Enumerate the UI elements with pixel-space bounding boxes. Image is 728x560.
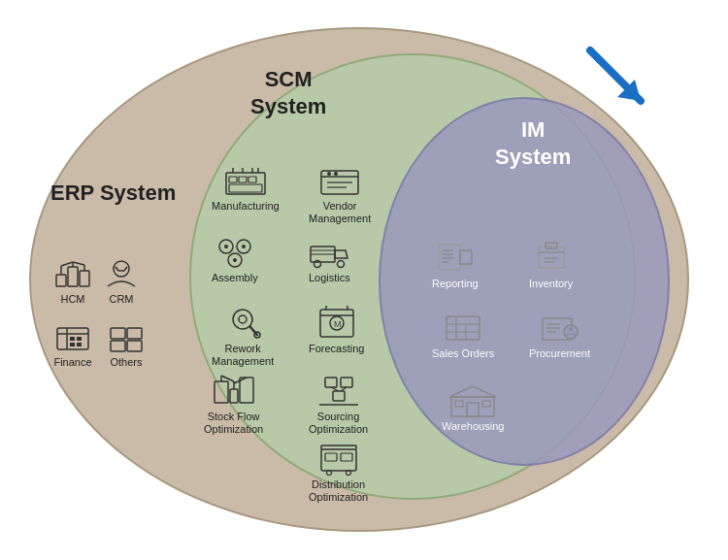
svg-rect-26 <box>229 177 237 182</box>
svg-point-10 <box>114 261 129 277</box>
procurement-label: Procurement <box>529 347 590 360</box>
stock-flow-optimization-item: Stock FlowOptimization <box>204 374 263 436</box>
sourcing-optimization-label: SourcingOptimization <box>309 411 368 436</box>
svg-line-12 <box>124 267 127 271</box>
svg-rect-63 <box>240 378 253 403</box>
scm-label: SCMSystem <box>250 66 326 119</box>
distribution-optimization-item: DistributionOptimization <box>309 442 368 504</box>
svg-rect-75 <box>325 453 337 461</box>
svg-rect-25 <box>226 173 265 194</box>
reporting-icon <box>435 241 476 276</box>
warehousing-item: Warehousing <box>442 383 504 433</box>
arrow-icon <box>580 41 658 118</box>
reporting-label: Reporting <box>432 278 479 290</box>
reporting-item: Reporting <box>432 241 479 290</box>
svg-line-65 <box>221 376 234 381</box>
svg-rect-21 <box>111 328 125 339</box>
sourcing-optimization-item: SourcingOptimization <box>309 374 368 436</box>
sales-orders-icon <box>443 311 483 346</box>
vendor-management-item: VendorManagement <box>309 163 371 225</box>
hcm-label: HCM <box>60 293 84 306</box>
crm-label: CRM <box>109 293 133 306</box>
svg-rect-4 <box>80 271 89 286</box>
svg-rect-24 <box>127 341 142 351</box>
svg-rect-108 <box>467 403 479 416</box>
svg-rect-82 <box>439 245 460 270</box>
svg-point-48 <box>338 261 345 268</box>
rework-management-item: ReworkManagement <box>212 306 274 368</box>
logistics-item: Logistics <box>309 235 350 284</box>
assembly-icon <box>215 235 255 270</box>
sales-orders-item: Sales Orders <box>432 311 494 360</box>
crm-icon <box>102 257 141 291</box>
procurement-icon <box>539 311 579 346</box>
svg-point-52 <box>239 315 247 323</box>
im-label: IMSystem <box>495 116 571 170</box>
svg-point-44 <box>242 245 246 248</box>
logistics-icon <box>309 235 349 270</box>
svg-point-37 <box>334 172 338 176</box>
others-label: Others <box>110 356 142 369</box>
svg-point-102 <box>569 327 573 331</box>
svg-rect-69 <box>341 378 352 387</box>
vendor-management-icon <box>319 163 360 198</box>
stock-flow-optimization-icon <box>213 374 255 409</box>
assembly-item: Assembly <box>212 235 258 284</box>
svg-rect-110 <box>482 401 490 407</box>
inventory-icon <box>531 241 572 276</box>
svg-line-7 <box>61 262 73 266</box>
vendor-management-label: VendorManagement <box>309 200 371 225</box>
finance-label: Finance <box>53 356 91 369</box>
svg-point-43 <box>224 245 228 248</box>
warehousing-icon <box>447 383 498 418</box>
svg-line-8 <box>73 262 84 265</box>
svg-rect-23 <box>111 341 125 351</box>
diagram-container: ERP System SCMSystem IMSystem HCM <box>0 0 728 560</box>
svg-rect-19 <box>70 343 75 346</box>
svg-rect-2 <box>56 275 66 286</box>
erp-label: ERP System <box>50 180 176 207</box>
svg-line-11 <box>116 267 118 271</box>
svg-rect-70 <box>333 391 345 401</box>
svg-rect-74 <box>321 449 356 471</box>
svg-rect-109 <box>455 401 463 407</box>
sales-orders-label: Sales Orders <box>432 347 494 360</box>
svg-point-45 <box>233 258 237 262</box>
finance-icon <box>53 320 92 354</box>
warehousing-label: Warehousing <box>442 420 504 433</box>
svg-rect-62 <box>230 389 238 403</box>
svg-rect-92 <box>546 243 557 248</box>
rework-management-label: ReworkManagement <box>212 343 274 368</box>
sourcing-optimization-icon <box>317 374 360 409</box>
svg-point-51 <box>233 310 252 329</box>
distribution-optimization-icon <box>317 442 360 477</box>
inventory-label: Inventory <box>529 278 573 290</box>
svg-rect-61 <box>215 381 228 403</box>
svg-rect-27 <box>239 177 247 182</box>
svg-rect-84 <box>460 250 472 264</box>
rework-management-icon <box>222 306 263 341</box>
hcm-icon <box>53 257 92 291</box>
svg-rect-20 <box>77 343 82 346</box>
manufacturing-icon <box>224 163 267 198</box>
svg-point-36 <box>327 172 331 176</box>
hcm-item: HCM <box>53 257 92 306</box>
svg-rect-3 <box>68 267 78 286</box>
svg-text:M: M <box>334 319 342 329</box>
svg-rect-95 <box>447 316 480 340</box>
svg-marker-106 <box>449 386 496 397</box>
others-item: Others <box>107 320 146 369</box>
svg-rect-28 <box>248 177 256 182</box>
stock-flow-optimization-label: Stock FlowOptimization <box>204 411 263 436</box>
logistics-label: Logistics <box>309 272 350 284</box>
svg-rect-22 <box>127 328 142 339</box>
forecasting-label: Forecasting <box>309 343 364 355</box>
svg-rect-17 <box>70 337 75 341</box>
crm-item: CRM <box>102 257 141 306</box>
forecasting-icon: M <box>316 306 357 341</box>
manufacturing-label: Manufacturing <box>212 200 280 213</box>
finance-item: Finance <box>53 320 92 369</box>
manufacturing-item: Manufacturing <box>212 163 280 213</box>
inventory-item: Inventory <box>529 241 573 290</box>
svg-rect-18 <box>77 337 82 341</box>
